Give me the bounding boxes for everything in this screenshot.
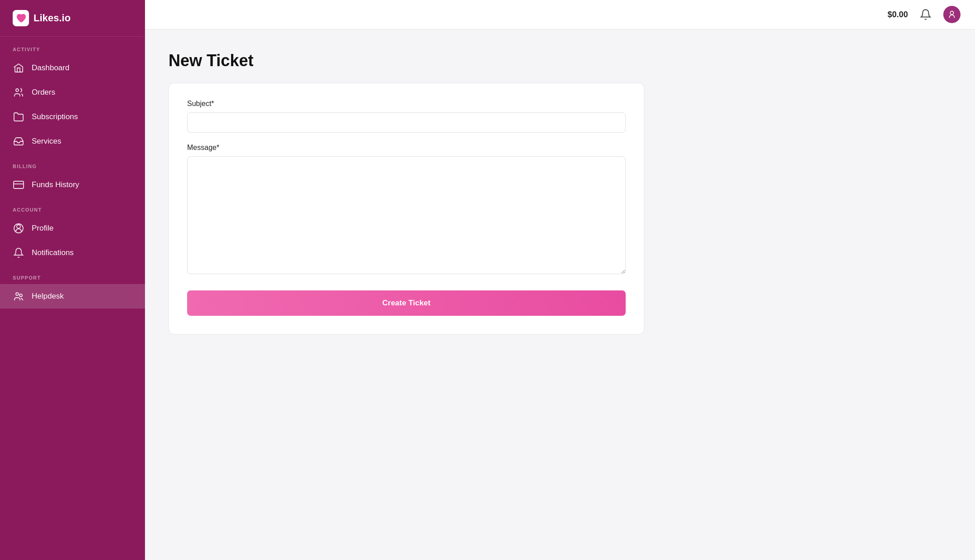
section-label-billing: BILLING: [0, 154, 145, 173]
svg-point-6: [19, 294, 22, 297]
section-label-account: ACCOUNT: [0, 197, 145, 216]
topbar: $0.00: [145, 0, 975, 29]
section-label-activity: ACTIVITY: [0, 37, 145, 56]
sidebar-item-dashboard-label: Dashboard: [32, 63, 69, 72]
sidebar-item-services[interactable]: Services: [0, 129, 145, 154]
create-ticket-button[interactable]: Create Ticket: [187, 290, 626, 316]
sidebar-item-notifications[interactable]: Notifications: [0, 241, 145, 265]
notifications-button[interactable]: [919, 8, 932, 21]
sidebar-item-orders[interactable]: Orders: [0, 80, 145, 105]
user-circle-icon: [13, 222, 24, 234]
user-avatar[interactable]: [943, 6, 961, 23]
svg-point-7: [950, 11, 953, 14]
sidebar-item-notifications-label: Notifications: [32, 248, 74, 257]
bell-icon: [13, 247, 24, 259]
helpdesk-icon: [13, 290, 24, 302]
message-label: Message*: [187, 144, 626, 152]
sidebar-section-activity: ACTIVITY Dashboard Orders Subscriptions …: [0, 37, 145, 154]
message-textarea[interactable]: [187, 156, 626, 274]
svg-point-3: [17, 225, 20, 228]
sidebar-item-funds-history-label: Funds History: [32, 180, 79, 189]
sidebar-item-subscriptions[interactable]: Subscriptions: [0, 105, 145, 129]
sidebar-item-profile[interactable]: Profile: [0, 216, 145, 241]
logo-icon: [13, 10, 29, 26]
content-area: New Ticket Subject* Message* Create Tick…: [145, 29, 975, 560]
sidebar-item-services-label: Services: [32, 137, 61, 146]
message-field-group: Message*: [187, 144, 626, 276]
sidebar-item-helpdesk-label: Helpdesk: [32, 292, 64, 301]
sidebar-section-account: ACCOUNT Profile Notifications: [0, 197, 145, 265]
subject-field-group: Subject*: [187, 100, 626, 133]
logo-text: Likes.io: [34, 12, 71, 24]
sidebar-section-billing: BILLING Funds History: [0, 154, 145, 197]
sidebar-item-helpdesk[interactable]: Helpdesk: [0, 284, 145, 309]
sidebar-item-profile-label: Profile: [32, 224, 53, 233]
svg-point-5: [16, 293, 19, 295]
main-area: $0.00 New Ticket Subject* Message* Creat…: [145, 0, 975, 560]
sidebar-section-support: SUPPORT Helpdesk: [0, 265, 145, 309]
svg-point-0: [16, 89, 19, 92]
sidebar-item-subscriptions-label: Subscriptions: [32, 112, 78, 121]
subject-input[interactable]: [187, 112, 626, 133]
new-ticket-form-card: Subject* Message* Create Ticket: [169, 83, 644, 334]
credit-card-icon: [13, 179, 24, 191]
inbox-icon: [13, 135, 24, 147]
sidebar-item-funds-history[interactable]: Funds History: [0, 173, 145, 197]
subject-label: Subject*: [187, 100, 626, 108]
users-icon: [13, 87, 24, 98]
logo[interactable]: Likes.io: [0, 0, 145, 37]
sidebar-item-orders-label: Orders: [32, 88, 55, 97]
page-title: New Ticket: [169, 51, 951, 70]
section-label-support: SUPPORT: [0, 265, 145, 284]
folder-icon: [13, 111, 24, 123]
home-icon: [13, 62, 24, 74]
sidebar: Likes.io ACTIVITY Dashboard Orders Subsc…: [0, 0, 145, 560]
sidebar-item-dashboard[interactable]: Dashboard: [0, 56, 145, 80]
balance-display: $0.00: [888, 10, 908, 19]
svg-rect-1: [14, 181, 24, 188]
